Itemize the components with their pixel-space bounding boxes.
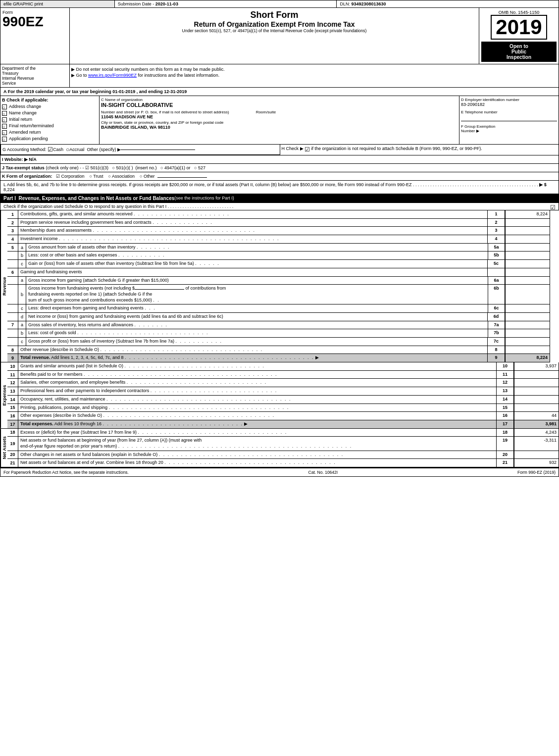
row-7c-sub: c <box>18 338 26 346</box>
name-checkbox[interactable]: ○ <box>2 111 7 116</box>
row-6d-desc: Net income or (loss) from gaming and fun… <box>26 313 488 321</box>
row-17-desc: Total expenses. Add lines 10 through 16 … <box>18 420 497 428</box>
pending-label: Application pending <box>9 136 48 141</box>
footer-right: Form 990-EZ (2019) <box>517 470 556 475</box>
row-5c-amount <box>505 260 550 268</box>
row-19-desc: Net assets or fund balances at beginning… <box>18 437 497 450</box>
row-12-ref: 12 <box>497 379 514 387</box>
instruction-1: ▶ Do not enter social security numbers o… <box>71 67 557 72</box>
l-value: 8,224 <box>3 187 15 192</box>
row-6-num: 6 <box>7 268 18 276</box>
j-4947-box[interactable]: ○ <box>160 165 163 170</box>
k-corp-label: Corporation <box>61 174 85 179</box>
k-assoc-box[interactable]: ○ <box>108 174 111 179</box>
irs-url[interactable]: www.irs.gov/Form990EZ <box>88 73 137 78</box>
checkbox-initial[interactable]: ○ Initial return <box>2 117 98 122</box>
k-other-value[interactable] <box>157 177 207 178</box>
row-10-num: 10 <box>7 362 18 370</box>
row-6-amount <box>505 268 550 276</box>
expenses-row-15: 15 Printing, publications, postage, and … <box>7 404 559 412</box>
k-other-label: Other <box>144 174 155 179</box>
j-501c-box[interactable]: ○ <box>112 165 114 170</box>
row-21-amount: 932 <box>514 459 559 467</box>
accrual-checkbox[interactable]: ○ <box>66 146 69 153</box>
row-14-desc: Occupancy, rent, utilities, and maintena… <box>18 396 497 403</box>
website-value: N/A <box>29 157 37 162</box>
revenue-row-6d: d Net income or (loss) from gaming and f… <box>7 313 550 321</box>
row-15-num: 15 <box>7 404 18 412</box>
row-1-num: 1 <box>7 210 18 218</box>
row-3-desc: Membership dues and assessments . . . . … <box>18 227 488 235</box>
assets-row-19: 19 Net assets or fund balances at beginn… <box>7 437 559 451</box>
cash-checkbox[interactable]: ☑ <box>48 146 53 153</box>
phone-value <box>461 114 557 121</box>
h-checkbox[interactable]: ☑ <box>305 146 310 153</box>
j-527-box[interactable]: ○ <box>194 165 197 170</box>
assets-content: 18 Excess or (deficit) for the year (Sub… <box>7 429 559 467</box>
part1-see-instructions: (see the instructions for Part I) <box>174 196 234 201</box>
k-corp-box[interactable]: ☑ <box>56 174 60 179</box>
ein-label: D Employer identification number <box>461 98 557 102</box>
address-checkbox[interactable]: ○ <box>2 104 7 109</box>
pending-checkbox[interactable]: ○ <box>2 137 7 142</box>
k-other-box[interactable]: ○ <box>140 174 142 179</box>
section-b-label: B Check if applicable: <box>2 98 98 102</box>
revenue-row-2: 2 Program service revenue including gove… <box>7 219 550 227</box>
checkbox-name[interactable]: ○ Name change <box>2 110 98 116</box>
amended-checkbox[interactable]: ○ <box>2 130 7 135</box>
row-20-ref: 20 <box>497 451 514 459</box>
row-8-amount <box>505 346 550 354</box>
l-dots: . . . . . . . . . . . . . . . . . . . . … <box>413 182 538 187</box>
row-14-amount <box>514 396 559 403</box>
row-5c-sub: c <box>18 260 26 268</box>
revenue-content: 1 Contributions, gifts, grants, and simi… <box>7 210 550 362</box>
section-h: H Check ▶ ☑ if the organization is not r… <box>280 145 559 155</box>
row-9-ref: 9 <box>488 354 505 362</box>
assets-row-18: 18 Excess or (deficit) for the year (Sub… <box>7 429 559 437</box>
row-17-ref: 17 <box>497 420 514 428</box>
section-a: A For the 2019 calendar year, or tax yea… <box>0 88 559 96</box>
part1-title: Part I <box>3 196 16 201</box>
checkbox-address[interactable]: ○ Address change <box>2 104 98 109</box>
k-trust-box[interactable]: ○ <box>90 174 92 179</box>
checkbox-pending[interactable]: ○ Application pending <box>2 136 98 142</box>
row-21-desc: Net assets or fund balances at end of ye… <box>18 459 497 467</box>
j-501c-label: 501(c)( ) <box>116 165 133 170</box>
row-16-num: 16 <box>7 412 18 420</box>
instruction-items: ▶ Do not enter social security numbers o… <box>70 64 559 87</box>
row-18-num: 18 <box>7 429 18 437</box>
org-name-label: C Name of organization <box>101 98 457 102</box>
checkbox-final[interactable]: ○ Final return/terminated <box>2 123 98 129</box>
part1-description: Revenue, Expenses, and Changes in Net As… <box>19 196 175 201</box>
row-7c-desc: Gross profit or (loss) from sales of inv… <box>26 338 488 346</box>
final-checkbox[interactable]: ○ <box>2 124 7 129</box>
row-5b-ref: 5b <box>488 252 505 259</box>
accrual-label: Accrual <box>69 147 84 152</box>
section-d: D Employer identification number 83-2090… <box>459 96 559 144</box>
checkbox-amended[interactable]: ○ Amended return <box>2 130 98 135</box>
expenses-row-14: 14 Occupancy, rent, utilities, and maint… <box>7 396 559 404</box>
row-5c-ref: 5c <box>488 260 505 268</box>
row-11-amount <box>514 371 559 379</box>
initial-checkbox[interactable]: ○ <box>2 117 7 122</box>
row-19-num: 19 <box>7 437 18 450</box>
gh-row: G Accounting Method: ☑ Cash ○ Accrual Ot… <box>0 145 559 155</box>
part1-checkbox[interactable]: ☑ <box>550 204 556 211</box>
row-16-desc: Other expenses (describe in Schedule O) … <box>18 412 497 420</box>
row-6b-amount <box>505 285 550 304</box>
row-12-amount <box>514 379 559 387</box>
row-7c-ref: 7c <box>488 338 505 346</box>
revenue-row-8: 8 Other revenue (describe in Schedule O)… <box>7 346 550 354</box>
row-5-num: 5 <box>7 244 18 252</box>
form-number-box: Form 990EZ <box>0 8 70 64</box>
part1-check-row: Check if the organization used Schedule … <box>0 203 559 210</box>
j-501c3-box[interactable]: ☑ <box>85 165 89 170</box>
expenses-row-17: 17 Total expenses. Add lines 10 through … <box>7 420 559 428</box>
phone-label: E Telephone number <box>461 110 557 114</box>
row-3-num: 3 <box>7 227 18 235</box>
revenue-side-label: Revenue <box>0 210 7 362</box>
row-20-amount <box>514 451 559 459</box>
other-value[interactable] <box>121 150 195 150</box>
dept-box: Department of the Treasury Internal Reve… <box>0 64 70 87</box>
section-j: J Tax-exempt status (check only one) - -… <box>0 164 559 172</box>
